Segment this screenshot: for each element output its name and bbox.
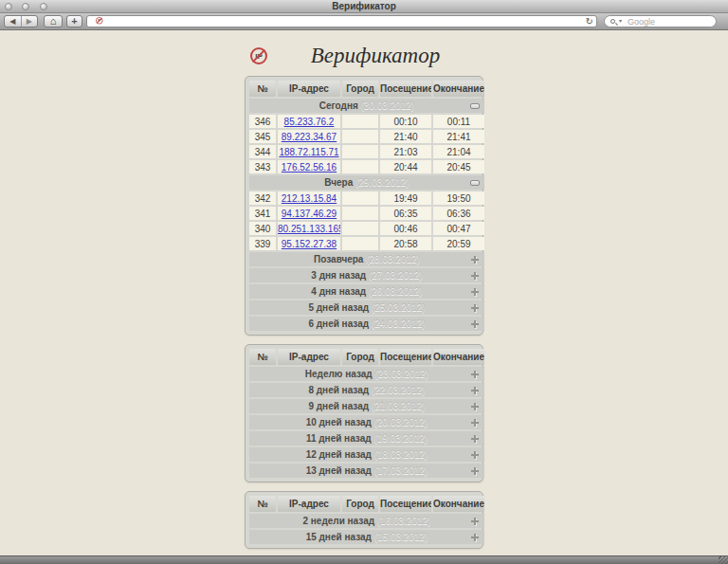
expand-icon[interactable] bbox=[471, 403, 479, 410]
day-group-label: Позавчера bbox=[314, 254, 366, 264]
day-group-row[interactable]: Позавчера (28.03.2012) bbox=[249, 252, 484, 266]
collapse-icon[interactable] bbox=[470, 180, 480, 186]
ip-link[interactable]: 176.52.56.16 bbox=[282, 162, 337, 173]
day-group-row[interactable]: 2 недели назад (16.03.2012) bbox=[249, 514, 484, 528]
day-group-row[interactable]: 15 дней назад (15.03.2012) bbox=[249, 530, 484, 544]
expand-icon[interactable] bbox=[471, 435, 479, 443]
day-group-row[interactable]: 11 дней назад (19.03.2012) bbox=[249, 431, 484, 446]
expand-icon[interactable] bbox=[471, 387, 479, 394]
search-field[interactable]: ▾ bbox=[604, 15, 717, 27]
day-group-row[interactable]: Сегодня (30.03.2012) bbox=[249, 99, 484, 113]
browser-window: Верификатор ◀ ▶ ⌂ + IP ↻ ▾ IP Верификато… bbox=[0, 0, 728, 564]
day-group-row[interactable]: 8 дней назад (22.03.2012) bbox=[249, 383, 484, 397]
day-group-date: (24.03.2012) bbox=[372, 318, 426, 329]
visit-row: 342212.13.15.8419:4919:50 bbox=[249, 191, 484, 205]
day-group-row[interactable]: 5 дней назад (25.03.2012) bbox=[249, 300, 484, 315]
address-input[interactable] bbox=[102, 16, 572, 27]
end-time: 21:04 bbox=[433, 145, 484, 158]
back-icon[interactable]: ◀ bbox=[5, 16, 21, 27]
expand-icon[interactable] bbox=[471, 256, 479, 264]
search-icon bbox=[610, 19, 615, 24]
ip-link[interactable]: 95.152.27.38 bbox=[282, 239, 337, 249]
home-button[interactable]: ⌂ bbox=[44, 15, 63, 27]
day-group-label: 15 дней назад bbox=[306, 532, 374, 542]
end-time: 06:36 bbox=[433, 207, 484, 220]
address-bar[interactable]: IP ↻ bbox=[86, 15, 597, 27]
ip-link[interactable]: 80.251.133.165 bbox=[278, 224, 340, 234]
day-group-date: (22.03.2012) bbox=[372, 385, 426, 395]
visit-row: 343176.52.56.1620:4420:45 bbox=[249, 160, 484, 173]
visit-time: 06:35 bbox=[380, 207, 431, 220]
no-ip-logo-icon: IP bbox=[250, 47, 267, 64]
day-group-row[interactable]: 3 дня назад (27.03.2012) bbox=[249, 268, 484, 282]
day-group-row[interactable]: 9 дней назад (21.03.2012) bbox=[249, 399, 484, 413]
city-cell bbox=[342, 222, 378, 235]
expand-icon[interactable] bbox=[471, 534, 479, 541]
forward-icon[interactable]: ▶ bbox=[21, 16, 38, 27]
city-cell bbox=[342, 237, 378, 250]
visit-time: 21:03 bbox=[380, 145, 431, 158]
collapse-icon[interactable] bbox=[470, 103, 480, 109]
day-group-row[interactable]: 6 дней назад (24.03.2012) bbox=[249, 317, 484, 331]
city-cell bbox=[342, 130, 378, 143]
day-group-row[interactable]: 13 дней назад (17.03.2012) bbox=[249, 464, 484, 478]
column-header: № bbox=[249, 81, 276, 97]
expand-icon[interactable] bbox=[471, 320, 479, 328]
visit-number: 341 bbox=[249, 207, 276, 220]
expand-icon[interactable] bbox=[471, 451, 479, 459]
column-header: Город bbox=[342, 496, 378, 512]
expand-icon[interactable] bbox=[471, 419, 479, 427]
expand-icon[interactable] bbox=[471, 371, 479, 378]
window-title: Верификатор bbox=[0, 0, 728, 13]
visit-number: 344 bbox=[249, 145, 276, 158]
visit-row: 34685.233.76.200:1000:11 bbox=[249, 115, 484, 128]
close-window-icon[interactable] bbox=[5, 3, 12, 10]
day-group-label: 12 дней назад bbox=[306, 449, 374, 460]
minimize-window-icon[interactable] bbox=[22, 3, 29, 10]
ip-link[interactable]: 188.72.115.71 bbox=[279, 147, 338, 157]
ip-link[interactable]: 94.137.46.29 bbox=[282, 209, 337, 219]
expand-icon[interactable] bbox=[471, 467, 479, 475]
visit-time: 20:44 bbox=[380, 160, 431, 173]
new-tab-button[interactable]: + bbox=[66, 15, 82, 27]
ip-link[interactable]: 212.13.15.84 bbox=[282, 193, 337, 204]
ip-link[interactable]: 89.223.34.67 bbox=[282, 132, 337, 142]
day-group-row[interactable]: 10 дней назад (20.03.2012) bbox=[249, 415, 484, 429]
reload-icon[interactable]: ↻ bbox=[586, 16, 593, 27]
column-header: IP-адрес bbox=[278, 496, 340, 512]
plus-icon: + bbox=[71, 15, 77, 27]
day-group-row[interactable]: Вчера (29.03.2012) bbox=[249, 175, 484, 190]
ip-link[interactable]: 85.233.76.2 bbox=[284, 117, 335, 127]
day-group-date: (18.03.2012) bbox=[374, 449, 428, 460]
end-time: 00:47 bbox=[433, 222, 484, 235]
expand-icon[interactable] bbox=[471, 288, 479, 296]
day-group-date: (28.03.2012) bbox=[366, 254, 420, 264]
visit-time: 00:46 bbox=[380, 222, 431, 235]
day-group-row[interactable]: 12 дней назад (18.03.2012) bbox=[249, 447, 484, 462]
visit-number: 345 bbox=[249, 130, 276, 143]
column-header: IP-адрес bbox=[278, 81, 340, 97]
expand-icon[interactable] bbox=[471, 304, 479, 312]
expand-icon[interactable] bbox=[471, 518, 479, 525]
day-group-date: (19.03.2012) bbox=[373, 433, 428, 444]
zoom-window-icon[interactable] bbox=[40, 3, 47, 10]
column-header: Окончание bbox=[433, 496, 484, 512]
day-group-date: (21.03.2012) bbox=[372, 401, 426, 411]
search-input[interactable] bbox=[628, 17, 711, 27]
column-header: Город bbox=[342, 81, 378, 97]
day-group-date: (15.03.2012) bbox=[374, 532, 428, 542]
page-content: IP Верификатор №IP-адресГородПосещениеОк… bbox=[0, 31, 728, 555]
day-group-date: (27.03.2012) bbox=[369, 270, 423, 281]
visits-table: №IP-адресГородПосещениеОкончаниеНеделю н… bbox=[245, 344, 483, 482]
table-header-row: №IP-адресГородПосещениеОкончание bbox=[249, 349, 484, 365]
visit-number: 342 bbox=[249, 191, 276, 205]
city-cell bbox=[342, 191, 378, 205]
column-header: Окончание bbox=[433, 349, 484, 365]
end-time: 20:45 bbox=[433, 160, 484, 173]
expand-icon[interactable] bbox=[471, 272, 479, 280]
search-dropdown-icon[interactable]: ▾ bbox=[619, 17, 622, 24]
resize-grip[interactable] bbox=[719, 555, 728, 564]
day-group-row[interactable]: 4 дня назад (26.03.2012) bbox=[249, 284, 484, 299]
column-header: Посещение bbox=[380, 496, 431, 512]
day-group-row[interactable]: Неделю назад (23.03.2012) bbox=[249, 367, 484, 381]
